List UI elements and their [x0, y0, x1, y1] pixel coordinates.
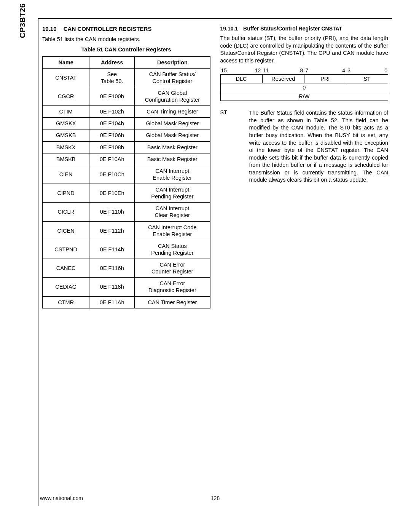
cell-name: CIEN: [43, 165, 89, 184]
reset-value: 0: [220, 83, 388, 92]
table-51: Name Address Description CNSTATSeeTable …: [42, 56, 210, 308]
cell-address: 0E F112h: [89, 221, 135, 240]
cell-name: CNSTAT: [43, 68, 89, 87]
footer-spacer: [227, 495, 391, 501]
table-row: CICLR0E F110hCAN InterruptClear Register: [43, 203, 210, 221]
cell-description: CAN GlobalConfiguration Register: [135, 87, 210, 105]
table-row: CTIM0E F102hCAN Timing Register: [43, 106, 210, 118]
th-description: Description: [135, 56, 210, 68]
cell-address: 0E F10Eh: [89, 184, 135, 203]
table-row: BMSKB0E F10AhBasic Mask Register: [43, 153, 210, 165]
cell-description: CAN Timing Register: [135, 106, 210, 118]
table-51-caption: Table 51 CAN Controller Registers: [42, 46, 210, 53]
cell-description: CAN Timer Register: [135, 296, 210, 308]
bitfield-table: DLC Reserved PRI ST 0 R/W: [220, 74, 389, 101]
table-row: GMSKB0E F106hGlobal Mask Register: [43, 129, 210, 141]
bit-11: 11: [261, 67, 295, 73]
page-footer: www.national.com 128: [38, 495, 392, 501]
cell-name: BMSKB: [43, 153, 89, 165]
table-row: CSTPND0E F114hCAN StatusPending Register: [43, 240, 210, 259]
cell-description: CAN InterruptClear Register: [135, 203, 210, 221]
cell-address: 0E F102h: [89, 106, 135, 118]
def-text: The Buffer Status field contains the sta…: [249, 109, 389, 184]
th-name: Name: [43, 56, 89, 68]
table-row: CGCR0E F100hCAN GlobalConfiguration Regi…: [43, 87, 210, 105]
bitfield-names-row: DLC Reserved PRI ST: [220, 75, 388, 83]
left-column: 19.10 CAN CONTROLLER REGISTERS Table 51 …: [42, 26, 210, 308]
cell-address: 0E F11Ah: [89, 296, 135, 308]
cell-description: CAN ErrorCounter Register: [135, 259, 210, 278]
def-name: ST: [220, 109, 238, 184]
field-reserved: Reserved: [262, 75, 304, 83]
table-row: CNSTATSeeTable 50.CAN Buffer Status/Cont…: [43, 68, 210, 87]
cell-address: SeeTable 50.: [89, 68, 135, 87]
cell-name: CICLR: [43, 203, 89, 221]
table-row: BMSKX0E F108hBasic Mask Register: [43, 141, 210, 153]
cell-description: CAN InterruptEnable Register: [135, 165, 210, 184]
table-header-row: Name Address Description: [43, 56, 210, 68]
table-row: CANEC0E F116hCAN ErrorCounter Register: [43, 259, 210, 278]
cell-description: Global Mask Register: [135, 129, 210, 141]
cell-address: 0E F116h: [89, 259, 135, 278]
cell-description: CAN Interrupt CodeEnable Register: [135, 221, 210, 240]
cell-name: GMSKB: [43, 129, 89, 141]
cell-address: 0E F106h: [89, 129, 135, 141]
cell-address: 0E F10Ah: [89, 153, 135, 165]
cell-address: 0E F100h: [89, 87, 135, 105]
cell-description: CAN Buffer Status/Control Register: [135, 68, 210, 87]
cell-address: 0E F114h: [89, 240, 135, 259]
th-address: Address: [89, 56, 135, 68]
cell-description: CAN ErrorDiagnostic Register: [135, 278, 210, 296]
subsection-number: 19.10.1: [220, 26, 238, 32]
footer-page-number: 128: [204, 495, 227, 501]
table-row: CIPND0E F10EhCAN InterruptPending Regist…: [43, 184, 210, 203]
cell-name: CSTPND: [43, 240, 89, 259]
cell-address: 0E F104h: [89, 118, 135, 129]
bit-numbers-row: 15 12 11 8 7 4 3 0: [220, 67, 389, 73]
bit-7: 7: [303, 67, 337, 73]
cell-description: Global Mask Register: [135, 118, 210, 129]
cell-name: GMSKX: [43, 118, 89, 129]
cell-address: 0E F108h: [89, 141, 135, 153]
right-column: 19.10.1 Buffer Status/Control Register C…: [220, 26, 389, 308]
bit-0: 0: [379, 67, 387, 73]
doc-side-label: CP3BT26: [18, 3, 27, 38]
section-title: CAN CONTROLLER REGISTERS: [64, 26, 152, 32]
subsection-title: Buffer Status/Control Register CNSTAT: [243, 26, 342, 32]
table-row: GMSKX0E F104hGlobal Mask Register: [43, 118, 210, 129]
cell-address: 0E F110h: [89, 203, 135, 221]
cell-address: 0E F118h: [89, 278, 135, 296]
section-number: 19.10: [42, 26, 57, 32]
field-dlc: DLC: [220, 75, 262, 83]
bit-12: 12: [253, 67, 261, 73]
cell-description: Basic Mask Register: [135, 141, 210, 153]
cell-name: CEDIAG: [43, 278, 89, 296]
table-row: CTMR0E F11AhCAN Timer Register: [43, 296, 210, 308]
bitfield-diagram: 15 12 11 8 7 4 3 0 DLC Reserved PRI ST: [220, 67, 389, 101]
bit-4: 4: [337, 67, 345, 73]
field-pri: PRI: [304, 75, 346, 83]
cell-name: CTIM: [43, 106, 89, 118]
bit-8: 8: [295, 67, 303, 73]
table-row: CEDIAG0E F118hCAN ErrorDiagnostic Regist…: [43, 278, 210, 296]
bit-15: 15: [221, 67, 253, 73]
intro-paragraph: Table 51 lists the CAN module registers.: [42, 36, 210, 43]
table-row: CICEN0E F112hCAN Interrupt CodeEnable Re…: [43, 221, 210, 240]
cell-address: 0E F10Ch: [89, 165, 135, 184]
cell-description: CAN InterruptPending Register: [135, 184, 210, 203]
field-st: ST: [346, 75, 388, 83]
cell-name: CTMR: [43, 296, 89, 308]
st-definition: ST The Buffer Status field contains the …: [220, 109, 389, 184]
access-value: R/W: [220, 92, 388, 101]
cell-name: BMSKX: [43, 141, 89, 153]
page-frame: 19.10 CAN CONTROLLER REGISTERS Table 51 …: [38, 18, 392, 506]
section-heading: 19.10 CAN CONTROLLER REGISTERS: [42, 26, 210, 32]
cnstat-paragraph: The buffer status (ST), the buffer prior…: [220, 35, 389, 64]
bitfield-reset-row: 0: [220, 83, 388, 92]
cell-name: CIPND: [43, 184, 89, 203]
bit-3: 3: [345, 67, 379, 73]
subsection-heading: 19.10.1 Buffer Status/Control Register C…: [220, 26, 389, 32]
bitfield-access-row: R/W: [220, 92, 388, 101]
cell-description: CAN StatusPending Register: [135, 240, 210, 259]
footer-url: www.national.com: [40, 495, 204, 501]
